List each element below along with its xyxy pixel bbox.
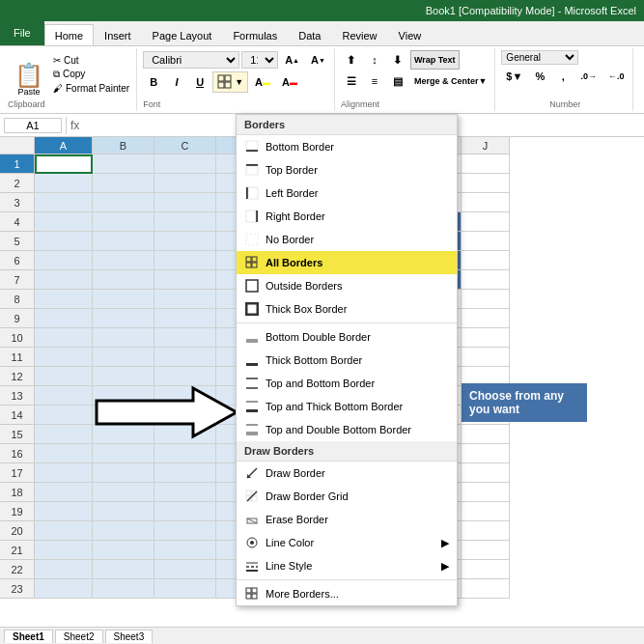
cell-j22[interactable] — [462, 560, 510, 579]
font-name-select[interactable]: Calibri — [143, 51, 239, 69]
tab-home[interactable]: Home — [44, 24, 94, 45]
cell-a12[interactable] — [35, 367, 93, 386]
cell-c11[interactable] — [154, 348, 216, 367]
decrease-font-button[interactable]: A▼ — [306, 50, 330, 70]
menu-item-top-double-bottom-border[interactable]: Top and Double Bottom Border — [237, 418, 457, 441]
menu-item-draw-border-grid[interactable]: Draw Border Grid — [237, 485, 457, 508]
row-header-15[interactable]: 15 — [0, 425, 35, 444]
cell-a9[interactable] — [35, 309, 93, 328]
row-header-11[interactable]: 11 — [0, 348, 35, 367]
cell-a6[interactable] — [35, 251, 93, 270]
row-header-8[interactable]: 8 — [0, 290, 35, 309]
cell-j18[interactable] — [462, 483, 510, 502]
cell-b22[interactable] — [93, 560, 154, 579]
align-bottom-button[interactable]: ⬇ — [387, 50, 408, 70]
cell-j4[interactable] — [462, 212, 510, 232]
cell-c20[interactable] — [154, 521, 216, 541]
cell-a2[interactable] — [35, 174, 93, 193]
menu-item-draw-border[interactable]: Draw Border — [237, 462, 457, 485]
percent-button[interactable]: % — [529, 67, 550, 86]
cell-b16[interactable] — [93, 444, 154, 463]
cell-b7[interactable] — [93, 270, 154, 290]
col-header-j[interactable]: J — [462, 137, 510, 154]
menu-item-no-border[interactable]: No Border — [237, 228, 457, 251]
cell-a22[interactable] — [35, 560, 93, 579]
cell-a4[interactable] — [35, 212, 93, 232]
cell-j5[interactable] — [462, 232, 510, 251]
row-header-22[interactable]: 22 — [0, 560, 35, 579]
fill-color-button[interactable]: A▬ — [250, 72, 275, 92]
align-center-button[interactable]: ≡ — [364, 71, 385, 91]
cell-b20[interactable] — [93, 521, 154, 541]
row-header-14[interactable]: 14 — [0, 406, 35, 425]
cell-j9[interactable] — [462, 309, 510, 328]
cell-a23[interactable] — [35, 579, 93, 599]
cell-c17[interactable] — [154, 463, 216, 483]
cell-b1[interactable] — [93, 154, 154, 174]
increase-decimal-button[interactable]: .0→ — [575, 67, 602, 86]
row-header-13[interactable]: 13 — [0, 386, 35, 406]
cell-j15[interactable] — [462, 425, 510, 444]
cell-a7[interactable] — [35, 270, 93, 290]
menu-item-top-thick-bottom-border[interactable]: Top and Thick Bottom Border — [237, 395, 457, 418]
cell-b23[interactable] — [93, 579, 154, 599]
cell-b17[interactable] — [93, 463, 154, 483]
menu-item-bottom-border[interactable]: Bottom Border — [237, 135, 457, 158]
cell-c10[interactable] — [154, 328, 216, 348]
row-header-12[interactable]: 12 — [0, 367, 35, 386]
cell-c5[interactable] — [154, 232, 216, 251]
row-header-19[interactable]: 19 — [0, 502, 35, 521]
sheet-tab-2[interactable]: Sheet2 — [55, 630, 103, 643]
row-header-16[interactable]: 16 — [0, 444, 35, 463]
cell-b3[interactable] — [93, 193, 154, 212]
col-header-c[interactable]: C — [154, 137, 216, 154]
cell-c4[interactable] — [154, 212, 216, 232]
tab-view[interactable]: View — [388, 24, 433, 45]
menu-item-right-border[interactable]: Right Border — [237, 205, 457, 228]
cell-c21[interactable] — [154, 541, 216, 560]
menu-item-line-style[interactable]: Line Style ▶ — [237, 554, 457, 577]
menu-item-erase-border[interactable]: Erase Border — [237, 508, 457, 531]
row-header-4[interactable]: 4 — [0, 212, 35, 232]
tab-formulas[interactable]: Formulas — [222, 24, 288, 45]
merge-dropdown-arrow[interactable]: ▼ — [478, 76, 487, 86]
menu-item-thick-box-border[interactable]: Thick Box Border — [237, 297, 457, 321]
cell-b8[interactable] — [93, 290, 154, 309]
menu-item-line-color[interactable]: Line Color ▶ — [237, 531, 457, 554]
cell-a14[interactable] — [35, 406, 93, 425]
wrap-text-button[interactable]: Wrap Text — [410, 50, 460, 70]
row-header-2[interactable]: 2 — [0, 174, 35, 193]
cell-c9[interactable] — [154, 309, 216, 328]
row-header-3[interactable]: 3 — [0, 193, 35, 212]
cell-c23[interactable] — [154, 579, 216, 599]
format-painter-button[interactable]: 🖌 Format Painter — [50, 82, 132, 95]
font-size-select[interactable]: 11 — [241, 51, 278, 69]
cell-c16[interactable] — [154, 444, 216, 463]
cell-c8[interactable] — [154, 290, 216, 309]
borders-button[interactable]: ▼ — [212, 71, 248, 93]
cell-b5[interactable] — [93, 232, 154, 251]
bold-button[interactable]: B — [143, 72, 164, 92]
increase-font-button[interactable]: A▲ — [280, 50, 304, 70]
tab-review[interactable]: Review — [331, 24, 387, 45]
row-header-23[interactable]: 23 — [0, 579, 35, 599]
row-header-21[interactable]: 21 — [0, 541, 35, 560]
cell-a11[interactable] — [35, 348, 93, 367]
row-header-6[interactable]: 6 — [0, 251, 35, 270]
cell-a17[interactable] — [35, 463, 93, 483]
tab-page-layout[interactable]: Page Layout — [142, 24, 223, 45]
cell-j11[interactable] — [462, 348, 510, 367]
cell-a21[interactable] — [35, 541, 93, 560]
cell-b2[interactable] — [93, 174, 154, 193]
copy-button[interactable]: ⧉ Copy — [50, 68, 132, 81]
menu-item-top-border[interactable]: Top Border — [237, 158, 457, 182]
cell-c19[interactable] — [154, 502, 216, 521]
decrease-decimal-button[interactable]: ←.0 — [603, 67, 630, 86]
cell-b6[interactable] — [93, 251, 154, 270]
row-header-18[interactable]: 18 — [0, 483, 35, 502]
cell-j17[interactable] — [462, 463, 510, 483]
cell-b18[interactable] — [93, 483, 154, 502]
cell-j1[interactable] — [462, 154, 510, 174]
comma-button[interactable]: , — [552, 67, 574, 86]
cell-c2[interactable] — [154, 174, 216, 193]
